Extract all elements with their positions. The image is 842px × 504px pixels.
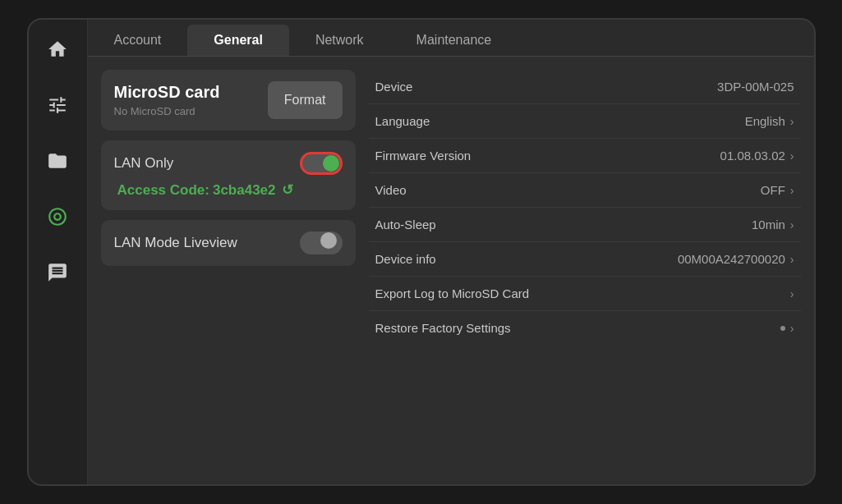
microsd-subtitle: No MicroSD card [114, 105, 220, 117]
settings-row[interactable]: Firmware Version01.08.03.02› [369, 139, 801, 173]
tab-bar: Account General Network Maintenance [88, 20, 814, 57]
lan-only-card: LAN Only Access Code:3cba43e2 ↺ [101, 140, 356, 210]
lan-only-toggle[interactable] [300, 152, 343, 175]
access-code-value: 3cba43e2 [213, 182, 276, 198]
tab-general[interactable]: General [187, 25, 289, 56]
content-area: MicroSD card No MicroSD card Format LAN … [88, 57, 814, 484]
microsd-title: MicroSD card [114, 83, 220, 102]
settings-value: 01.08.03.02› [720, 149, 794, 163]
chevron-right-icon: › [790, 115, 794, 128]
settings-key: Device info [375, 252, 436, 266]
settings-key: Firmware Version [375, 149, 472, 163]
liveview-label: LAN Mode Liveview [114, 235, 237, 251]
microsd-info: MicroSD card No MicroSD card [114, 83, 220, 117]
settings-value: 10min› [752, 218, 794, 231]
liveview-toggle[interactable] [300, 231, 343, 254]
main-panel: Account General Network Maintenance Micr… [88, 20, 814, 484]
settings-row[interactable]: Device info00M00A242700020› [369, 242, 801, 277]
settings-key: Export Log to MicroSD Card [375, 286, 530, 300]
device-frame: Account General Network Maintenance Micr… [27, 18, 816, 486]
settings-value: › [780, 322, 794, 335]
sidebar [29, 20, 88, 484]
settings-value: OFF› [761, 183, 794, 197]
messages-icon[interactable] [41, 256, 74, 289]
files-icon[interactable] [41, 144, 74, 177]
format-button[interactable]: Format [268, 81, 343, 119]
settings-row[interactable]: Device3DP-00M-025 [369, 70, 801, 104]
tab-maintenance[interactable]: Maintenance [390, 25, 518, 56]
settings-row[interactable]: Export Log to MicroSD Card› [369, 277, 801, 311]
settings-key: Device [375, 80, 413, 94]
settings-row[interactable]: Auto-Sleep10min› [369, 208, 801, 242]
settings-value: 3DP-00M-025 [717, 80, 794, 94]
refresh-icon[interactable]: ↺ [282, 181, 293, 199]
settings-key: Language [375, 114, 430, 128]
liveview-knob [320, 232, 337, 249]
tab-account[interactable]: Account [88, 25, 188, 56]
access-code-row: Access Code:3cba43e2 ↺ [114, 181, 343, 199]
left-panel: MicroSD card No MicroSD card Format LAN … [101, 70, 356, 471]
microsd-card: MicroSD card No MicroSD card Format [101, 70, 356, 131]
liveview-card: LAN Mode Liveview [101, 220, 356, 266]
right-panel: Device3DP-00M-025LanguageEnglish›Firmwar… [369, 70, 801, 471]
settings-key: Restore Factory Settings [375, 321, 511, 335]
chevron-right-icon: › [790, 287, 794, 300]
settings-row[interactable]: VideoOFF› [369, 173, 801, 208]
dot-icon [780, 326, 785, 331]
tab-network[interactable]: Network [289, 25, 390, 56]
lan-only-label: LAN Only [114, 155, 174, 172]
chevron-right-icon: › [790, 253, 794, 266]
settings-row[interactable]: LanguageEnglish› [369, 104, 801, 139]
settings-value: English› [745, 114, 794, 128]
status-icon[interactable] [41, 200, 74, 233]
chevron-right-icon: › [790, 184, 794, 197]
settings-value: › [790, 287, 794, 300]
chevron-right-icon: › [790, 218, 794, 231]
settings-key: Auto-Sleep [375, 218, 436, 231]
settings-key: Video [375, 183, 407, 197]
settings-icon[interactable] [41, 89, 74, 121]
lan-only-knob [323, 155, 339, 172]
settings-row[interactable]: Restore Factory Settings› [369, 311, 801, 345]
lan-only-row: LAN Only [114, 152, 343, 175]
home-icon[interactable] [41, 33, 74, 66]
chevron-right-icon: › [790, 149, 794, 163]
settings-value: 00M00A242700020› [678, 252, 794, 266]
access-code-label: Access Code:3cba43e2 ↺ [114, 184, 294, 197]
chevron-right-icon: › [790, 322, 794, 335]
